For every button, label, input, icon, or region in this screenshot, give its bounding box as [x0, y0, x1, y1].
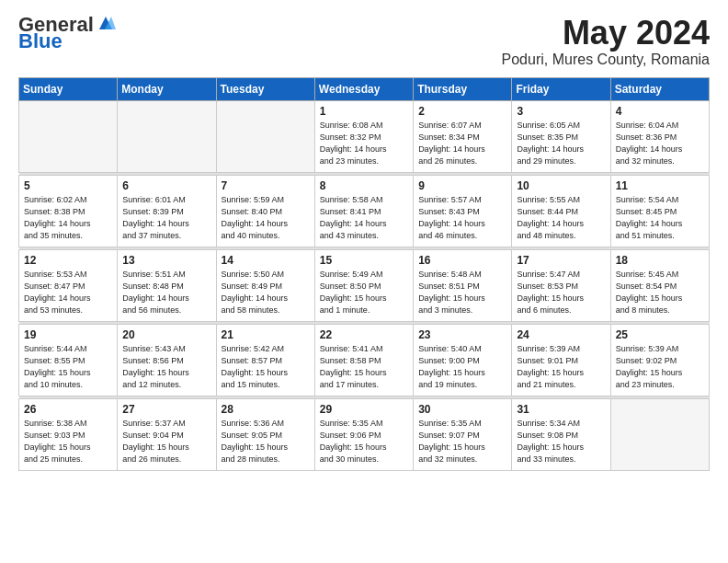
day-detail: Sunrise: 5:36 AM Sunset: 9:05 PM Dayligh…: [222, 418, 310, 465]
day-number: 27: [122, 403, 210, 416]
table-row: 6Sunrise: 6:01 AM Sunset: 8:39 PM Daylig…: [118, 175, 216, 247]
day-detail: Sunrise: 5:55 AM Sunset: 8:44 PM Dayligh…: [517, 194, 605, 242]
title-area: May 2024 Poduri, Mures County, Romania: [502, 15, 710, 68]
calendar-header-row: Sunday Monday Tuesday Wednesday Thursday…: [19, 77, 710, 100]
table-row: [216, 100, 314, 172]
day-number: 24: [517, 328, 605, 341]
table-row: 3Sunrise: 6:05 AM Sunset: 8:35 PM Daylig…: [512, 100, 610, 172]
table-row: 5Sunrise: 6:02 AM Sunset: 8:38 PM Daylig…: [19, 175, 118, 247]
table-row: 24Sunrise: 5:39 AM Sunset: 9:01 PM Dayli…: [512, 324, 610, 396]
logo-blue: Blue: [18, 31, 63, 52]
table-row: 20Sunrise: 5:43 AM Sunset: 8:56 PM Dayli…: [118, 324, 216, 396]
table-row: 17Sunrise: 5:47 AM Sunset: 8:53 PM Dayli…: [512, 249, 610, 321]
day-detail: Sunrise: 5:59 AM Sunset: 8:40 PM Dayligh…: [222, 194, 310, 242]
table-row: 16Sunrise: 5:48 AM Sunset: 8:51 PM Dayli…: [414, 249, 512, 321]
table-row: 4Sunrise: 6:04 AM Sunset: 8:36 PM Daylig…: [610, 100, 709, 172]
day-detail: Sunrise: 5:54 AM Sunset: 8:45 PM Dayligh…: [616, 194, 704, 242]
day-detail: Sunrise: 5:37 AM Sunset: 9:04 PM Dayligh…: [122, 418, 210, 465]
day-number: 19: [24, 328, 112, 341]
table-row: [19, 100, 118, 172]
day-number: 10: [517, 179, 605, 192]
table-row: 26Sunrise: 5:38 AM Sunset: 9:03 PM Dayli…: [19, 398, 118, 470]
day-detail: Sunrise: 5:38 AM Sunset: 9:03 PM Dayligh…: [24, 418, 112, 465]
day-detail: Sunrise: 5:34 AM Sunset: 9:08 PM Dayligh…: [517, 418, 605, 465]
table-row: 13Sunrise: 5:51 AM Sunset: 8:48 PM Dayli…: [118, 249, 216, 321]
col-wednesday: Wednesday: [314, 77, 413, 100]
calendar-week-row: 5Sunrise: 6:02 AM Sunset: 8:38 PM Daylig…: [19, 175, 710, 247]
col-saturday: Saturday: [610, 77, 709, 100]
day-number: 15: [320, 254, 408, 267]
day-number: 12: [24, 254, 112, 267]
day-detail: Sunrise: 5:53 AM Sunset: 8:47 PM Dayligh…: [24, 269, 112, 316]
table-row: 31Sunrise: 5:34 AM Sunset: 9:08 PM Dayli…: [512, 398, 610, 470]
logo: General Blue: [18, 15, 116, 52]
day-number: 3: [517, 105, 605, 118]
day-number: 22: [320, 328, 408, 341]
day-number: 17: [517, 254, 605, 267]
table-row: 9Sunrise: 5:57 AM Sunset: 8:43 PM Daylig…: [414, 175, 512, 247]
day-detail: Sunrise: 5:42 AM Sunset: 8:57 PM Dayligh…: [222, 343, 310, 391]
day-number: 4: [616, 105, 704, 118]
day-number: 13: [122, 254, 210, 267]
day-detail: Sunrise: 5:58 AM Sunset: 8:41 PM Dayligh…: [320, 194, 408, 242]
day-detail: Sunrise: 5:35 AM Sunset: 9:07 PM Dayligh…: [418, 418, 506, 465]
col-tuesday: Tuesday: [216, 77, 314, 100]
calendar-table: Sunday Monday Tuesday Wednesday Thursday…: [18, 77, 710, 471]
table-row: 12Sunrise: 5:53 AM Sunset: 8:47 PM Dayli…: [19, 249, 118, 321]
table-row: 15Sunrise: 5:49 AM Sunset: 8:50 PM Dayli…: [314, 249, 413, 321]
table-row: 2Sunrise: 6:07 AM Sunset: 8:34 PM Daylig…: [414, 100, 512, 172]
header: General Blue May 2024 Poduri, Mures Coun…: [18, 15, 710, 68]
day-number: 30: [418, 403, 506, 416]
day-number: 2: [418, 105, 506, 118]
table-row: 19Sunrise: 5:44 AM Sunset: 8:55 PM Dayli…: [19, 324, 118, 396]
day-detail: Sunrise: 5:41 AM Sunset: 8:58 PM Dayligh…: [320, 343, 408, 391]
day-detail: Sunrise: 5:47 AM Sunset: 8:53 PM Dayligh…: [517, 269, 605, 316]
col-sunday: Sunday: [19, 77, 118, 100]
table-row: 1Sunrise: 6:08 AM Sunset: 8:32 PM Daylig…: [314, 100, 413, 172]
col-thursday: Thursday: [414, 77, 512, 100]
table-row: [610, 398, 709, 470]
day-detail: Sunrise: 6:07 AM Sunset: 8:34 PM Dayligh…: [418, 120, 506, 167]
day-detail: Sunrise: 5:49 AM Sunset: 8:50 PM Dayligh…: [320, 269, 408, 316]
table-row: 11Sunrise: 5:54 AM Sunset: 8:45 PM Dayli…: [610, 175, 709, 247]
day-detail: Sunrise: 5:44 AM Sunset: 8:55 PM Dayligh…: [24, 343, 112, 391]
table-row: 28Sunrise: 5:36 AM Sunset: 9:05 PM Dayli…: [216, 398, 314, 470]
page: General Blue May 2024 Poduri, Mures Coun…: [0, 0, 728, 480]
day-detail: Sunrise: 5:43 AM Sunset: 8:56 PM Dayligh…: [122, 343, 210, 391]
day-number: 1: [320, 105, 408, 118]
day-number: 28: [222, 403, 310, 416]
day-number: 18: [616, 254, 704, 267]
table-row: 7Sunrise: 5:59 AM Sunset: 8:40 PM Daylig…: [216, 175, 314, 247]
day-detail: Sunrise: 6:05 AM Sunset: 8:35 PM Dayligh…: [517, 120, 605, 167]
day-number: 29: [320, 403, 408, 416]
table-row: 22Sunrise: 5:41 AM Sunset: 8:58 PM Dayli…: [314, 324, 413, 396]
day-detail: Sunrise: 5:45 AM Sunset: 8:54 PM Dayligh…: [616, 269, 704, 316]
day-number: 5: [24, 179, 112, 192]
table-row: 23Sunrise: 5:40 AM Sunset: 9:00 PM Dayli…: [414, 324, 512, 396]
table-row: [118, 100, 216, 172]
day-detail: Sunrise: 5:57 AM Sunset: 8:43 PM Dayligh…: [418, 194, 506, 242]
day-detail: Sunrise: 5:48 AM Sunset: 8:51 PM Dayligh…: [418, 269, 506, 316]
day-detail: Sunrise: 6:02 AM Sunset: 8:38 PM Dayligh…: [24, 194, 112, 242]
day-number: 21: [222, 328, 310, 341]
col-monday: Monday: [118, 77, 216, 100]
day-detail: Sunrise: 5:35 AM Sunset: 9:06 PM Dayligh…: [320, 418, 408, 465]
table-row: 14Sunrise: 5:50 AM Sunset: 8:49 PM Dayli…: [216, 249, 314, 321]
calendar-title: May 2024: [502, 15, 710, 52]
day-number: 23: [418, 328, 506, 341]
day-number: 31: [517, 403, 605, 416]
day-number: 6: [122, 179, 210, 192]
day-number: 14: [222, 254, 310, 267]
day-number: 7: [222, 179, 310, 192]
col-friday: Friday: [512, 77, 610, 100]
table-row: 10Sunrise: 5:55 AM Sunset: 8:44 PM Dayli…: [512, 175, 610, 247]
calendar-week-row: 1Sunrise: 6:08 AM Sunset: 8:32 PM Daylig…: [19, 100, 710, 172]
day-detail: Sunrise: 6:08 AM Sunset: 8:32 PM Dayligh…: [320, 120, 408, 167]
logo-icon: [96, 13, 116, 33]
calendar-subtitle: Poduri, Mures County, Romania: [502, 52, 710, 68]
day-number: 20: [122, 328, 210, 341]
day-detail: Sunrise: 5:50 AM Sunset: 8:49 PM Dayligh…: [222, 269, 310, 316]
day-detail: Sunrise: 5:39 AM Sunset: 9:01 PM Dayligh…: [517, 343, 605, 391]
day-number: 9: [418, 179, 506, 192]
table-row: 27Sunrise: 5:37 AM Sunset: 9:04 PM Dayli…: [118, 398, 216, 470]
